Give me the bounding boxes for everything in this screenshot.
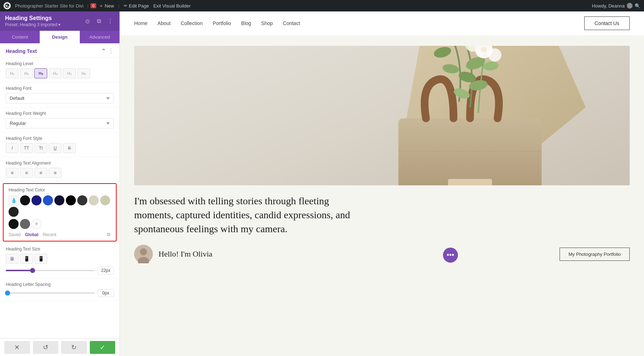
letter-spacing-slider-thumb[interactable] [5, 291, 10, 296]
portfolio-button[interactable]: My Photography Portfolio [560, 248, 630, 261]
nav-about[interactable]: About [157, 20, 171, 26]
site-name-label: Photographer Starter Site for Divi [15, 3, 83, 9]
svg-point-20 [481, 47, 487, 52]
heading-text-color-section: Heading Text Color 💧 + [3, 183, 117, 242]
tablet-device-button[interactable]: 📱 [20, 254, 33, 264]
uppercase-button[interactable]: TT [20, 143, 33, 153]
heading-font-select[interactable]: Default [6, 93, 114, 103]
h2-button[interactable]: H₂ [20, 68, 33, 78]
tab-content[interactable]: Content [0, 31, 40, 43]
capitalize-button[interactable]: Tt [34, 143, 47, 153]
color-tab-global[interactable]: Global [25, 232, 38, 237]
nav-contact[interactable]: Contact [283, 20, 300, 26]
heading-text-size-label: Heading Text Size [6, 247, 114, 252]
color-swatch-5[interactable] [77, 195, 87, 205]
section-more-button[interactable]: ⋮ [108, 48, 114, 54]
panel-expand-icon[interactable]: ⧉ [94, 17, 103, 25]
underline-button[interactable]: U [49, 143, 62, 153]
comment-count-badge[interactable]: 0 [91, 3, 96, 8]
size-slider-thumb[interactable] [30, 268, 35, 273]
nav-links: Home About Collection Portfolio Blog Sho… [134, 20, 300, 26]
cancel-button[interactable]: ✕ [4, 341, 30, 354]
nav-portfolio[interactable]: Portfolio [213, 20, 231, 26]
heading-level-group: Heading Level H₁ H₂ H₃ H₄ H₅ H₆ [0, 58, 119, 82]
h3-button[interactable]: H₃ [34, 68, 47, 78]
size-slider-row [6, 267, 114, 274]
section-title: Heading Text [6, 48, 37, 54]
eyedropper-button[interactable]: 💧 [9, 195, 19, 205]
heading-letter-spacing-group: Heading Letter Spacing [0, 278, 119, 301]
heading-font-style-group: Heading Font Style I TT Tt U S [0, 132, 119, 157]
main-layout: Heading Settings Preset: Heading 3 impor… [0, 11, 644, 356]
h4-button[interactable]: H₄ [49, 68, 62, 78]
panel-title: Heading Settings [5, 15, 60, 21]
tab-advanced[interactable]: Advanced [80, 31, 119, 43]
panel-header-icons: ⊙ ⧉ ⋮ [83, 17, 114, 25]
strikethrough-button[interactable]: S [63, 143, 76, 153]
floating-action-button[interactable]: ••• [443, 248, 458, 263]
letter-spacing-slider-value[interactable] [98, 289, 114, 297]
color-tab-saved[interactable]: Saved [9, 232, 21, 237]
desktop-device-button[interactable]: 🖥 [6, 254, 19, 264]
edit-page-button[interactable]: ✏ Edit Page [124, 3, 149, 9]
exit-builder-button[interactable]: Exit Visual Builder [153, 3, 191, 9]
svg-rect-3 [399, 118, 542, 185]
align-left-button[interactable]: ≡ [6, 168, 19, 178]
color-settings-button[interactable]: ⚙ [107, 232, 111, 237]
nav-home[interactable]: Home [134, 20, 147, 26]
h6-button[interactable]: H₆ [77, 68, 90, 78]
author-name: Hello! I'm Olivia [158, 249, 213, 259]
add-color-button[interactable]: + [31, 219, 42, 229]
text-align-buttons: ≡ ≡ ≡ ≡ [6, 168, 114, 178]
color-swatch-6[interactable] [89, 195, 99, 205]
mobile-device-button[interactable]: 📱 [34, 254, 47, 264]
size-slider-value[interactable] [98, 267, 114, 274]
italic-button[interactable]: I [6, 143, 19, 153]
search-icon[interactable]: 🔍 [635, 3, 640, 9]
align-justify-button[interactable]: ≡ [49, 168, 62, 178]
svg-rect-6 [448, 179, 492, 185]
collapse-button[interactable]: ⌃ [101, 48, 106, 54]
align-right-button[interactable]: ≡ [34, 168, 47, 178]
color-swatch-4[interactable] [66, 195, 76, 205]
redo-button[interactable]: ↻ [61, 341, 87, 354]
panel-focus-icon[interactable]: ⊙ [83, 17, 92, 25]
color-swatches-area: 💧 + [9, 195, 111, 229]
save-button[interactable]: ✓ [90, 341, 116, 354]
new-button[interactable]: New [100, 3, 114, 9]
user-avatar [627, 3, 633, 9]
panel-more-icon[interactable]: ⋮ [106, 17, 114, 25]
color-swatch-10[interactable] [20, 219, 30, 229]
heading-text-color-label: Heading Text Color [9, 187, 111, 192]
tab-design[interactable]: Design [40, 31, 79, 43]
left-panel: Heading Settings Preset: Heading 3 impor… [0, 11, 120, 356]
heading-font-weight-select[interactable]: Regular [6, 118, 114, 128]
color-tabs: Saved Global Recent ⚙ [9, 232, 111, 237]
color-tab-recent[interactable]: Recent [43, 232, 56, 237]
undo-button[interactable]: ↺ [33, 341, 59, 354]
color-swatch-8[interactable] [9, 207, 19, 217]
color-swatch-3[interactable] [54, 195, 64, 205]
size-slider-track [6, 270, 95, 271]
svg-point-23 [140, 248, 147, 255]
h1-button[interactable]: H₁ [6, 68, 19, 78]
color-swatch-1[interactable] [31, 195, 42, 205]
nav-shop[interactable]: Shop [261, 20, 273, 26]
letter-spacing-slider-row [6, 289, 114, 297]
color-swatch-9[interactable] [9, 219, 19, 229]
howdy-label: Howdy, Deanna 🔍 [592, 3, 640, 9]
heading-text-align-group: Heading Text Alignment ≡ ≡ ≡ ≡ [0, 157, 119, 182]
section-actions: ⌃ ⋮ [101, 48, 114, 54]
color-swatch-7[interactable] [100, 195, 110, 205]
font-style-buttons: I TT Tt U S [6, 143, 114, 153]
align-center-button[interactable]: ≡ [20, 168, 33, 178]
heading-font-weight-group: Heading Font Weight Regular [0, 107, 119, 132]
color-swatch-0[interactable] [20, 195, 30, 205]
color-swatch-2[interactable] [43, 195, 53, 205]
h5-button[interactable]: H₅ [63, 68, 76, 78]
nav-blog[interactable]: Blog [241, 20, 251, 26]
quote-text: I'm obsessed with telling stories throug… [120, 185, 370, 245]
heading-level-label: Heading Level [6, 61, 114, 66]
nav-collection[interactable]: Collection [181, 20, 203, 26]
contact-us-button[interactable]: Contact Us [584, 16, 630, 30]
